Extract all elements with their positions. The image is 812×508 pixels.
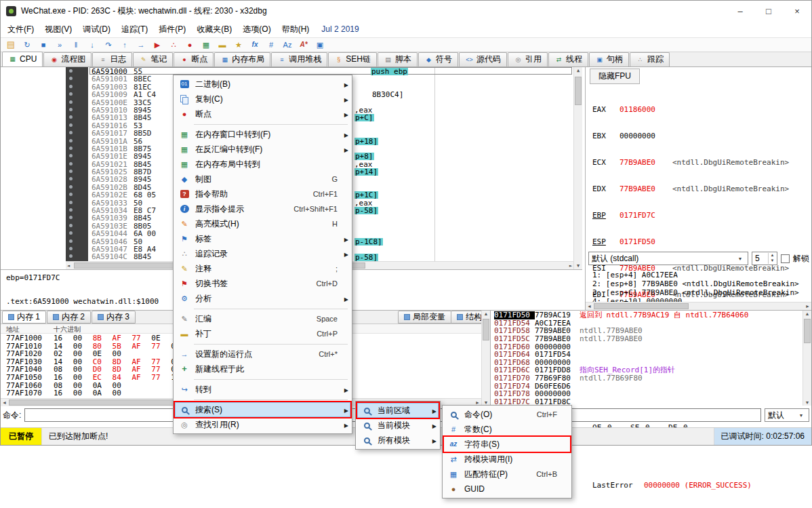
menubar-item[interactable]: 文件(F) bbox=[2, 22, 39, 37]
menubar-item[interactable]: 帮助(H) bbox=[277, 22, 315, 37]
menubar-item[interactable]: 追踪(T) bbox=[116, 22, 153, 37]
scrollbar-thumb[interactable] bbox=[594, 303, 689, 309]
scrollbar-thumb[interactable] bbox=[575, 77, 582, 105]
menu-item[interactable] bbox=[175, 376, 350, 382]
tab-cpu[interactable]: ▦CPU bbox=[2, 52, 43, 66]
trace-icon[interactable]: ∴ bbox=[166, 38, 181, 52]
animate-icon[interactable]: ▶ bbox=[150, 38, 165, 52]
breakpoint-dot[interactable] bbox=[69, 247, 73, 250]
patch-icon[interactable]: ▬ bbox=[215, 38, 230, 52]
stack-row[interactable]: 0171FD78 00000000 bbox=[491, 390, 803, 398]
menu-item[interactable]: ◆ 制图 G bbox=[175, 172, 350, 187]
menu-item[interactable]: 当前模块 bbox=[357, 418, 439, 433]
step-into-icon[interactable]: ↓ bbox=[85, 38, 100, 52]
menubar-item[interactable]: 收藏夹(B) bbox=[191, 22, 237, 37]
breakpoint-dot[interactable] bbox=[69, 92, 73, 96]
run-to-return-icon[interactable]: ↑ bbox=[117, 38, 132, 52]
menu-item[interactable]: 搜索(S) bbox=[175, 402, 350, 417]
hash-icon[interactable]: # bbox=[264, 38, 279, 52]
tab-threads[interactable]: ⇄线程 bbox=[548, 52, 588, 66]
menu-item[interactable] bbox=[175, 306, 350, 311]
breakpoint-dot[interactable] bbox=[69, 231, 73, 235]
breakpoint-dot[interactable] bbox=[69, 131, 73, 134]
breakpoint-dot[interactable] bbox=[69, 123, 73, 127]
menu-item[interactable]: ↪ 转到 bbox=[175, 382, 350, 397]
menu-item[interactable]: ▦ 在内存窗口中转到(F) bbox=[175, 127, 350, 142]
menu-item[interactable]: ✎ 高亮模式(H) H bbox=[175, 216, 350, 231]
menu-item[interactable]: ● GUID bbox=[444, 482, 570, 496]
open-file-icon[interactable]: ▤ bbox=[3, 38, 18, 52]
stop-icon[interactable]: ■ bbox=[36, 38, 51, 52]
menu-item[interactable]: ? 指令帮助 Ctrl+F1 bbox=[175, 187, 350, 201]
dump-tab[interactable]: 内存 1 bbox=[2, 311, 46, 324]
registers-pane[interactable]: 隐藏FPU EAX01186000 EBX00000000 ECX77B9ABE… bbox=[585, 67, 811, 310]
argument-row[interactable]: 3: [esp+C] 77B9ABE0 <ntdll.DbgUiRemoteBr… bbox=[592, 288, 799, 297]
stack-row[interactable]: 0171FD60 00000000 bbox=[491, 343, 803, 351]
tab-references[interactable]: ◎引用 bbox=[508, 52, 548, 66]
spinner-arrows-icon[interactable] bbox=[768, 253, 776, 264]
breakpoint-dot[interactable] bbox=[69, 193, 73, 196]
argument-row[interactable]: 2: [esp+8] 77B9ABE0 <ntdll.DbgUiRemoteBr… bbox=[592, 279, 799, 288]
register-row[interactable]: EAX01186000 bbox=[592, 105, 789, 114]
menu-item[interactable] bbox=[175, 397, 350, 402]
menu-item[interactable]: ✎ 注释 ; bbox=[175, 261, 350, 276]
tab-seh[interactable]: §SEH链 bbox=[328, 52, 377, 66]
minimize-button[interactable]: – bbox=[726, 1, 754, 21]
case-icon[interactable]: Az bbox=[280, 38, 295, 52]
disasm-row[interactable]: 6A591000 55 bbox=[1, 67, 573, 75]
stack-row[interactable]: 0171FD74 D60FE6D6 bbox=[491, 382, 803, 390]
breakpoint-dot[interactable] bbox=[69, 239, 73, 243]
hide-fpu-button[interactable]: 隐藏FPU bbox=[590, 69, 640, 84]
menubar-item[interactable]: 选项(O) bbox=[237, 22, 276, 37]
breakpoint-dot[interactable] bbox=[69, 77, 73, 80]
unlock-checkbox[interactable] bbox=[781, 254, 790, 263]
stack-row[interactable]: 0171FD58 77B9ABE0 ntdll.77B9ABE0 bbox=[491, 327, 803, 335]
stack-row[interactable]: 0171FD50 77B9AC19 返回到 ntdll.77B9AC19 自 n… bbox=[491, 311, 803, 319]
breakpoint-dot[interactable] bbox=[69, 254, 73, 258]
breakpoint-dot[interactable] bbox=[69, 108, 73, 111]
menu-item[interactable]: ▬ 补丁 Ctrl+P bbox=[175, 326, 350, 341]
tab-memory-map[interactable]: ▦内存布局 bbox=[214, 52, 270, 66]
last-error-row[interactable]: LastError00000000 (ERROR_SUCCESS) bbox=[592, 481, 789, 490]
menu-item[interactable]: ▦ 在反汇编中转到(F) bbox=[175, 142, 350, 157]
tab-log[interactable]: ≡日志 bbox=[92, 52, 132, 66]
menu-item[interactable]: ⚑ 标签 bbox=[175, 231, 350, 246]
menu-item[interactable]: 命令(O) Ctrl+F bbox=[444, 407, 570, 422]
stack-row[interactable]: 0171FD54 A0C17EEA bbox=[491, 319, 803, 328]
register-row[interactable]: ESP0171FD50 bbox=[592, 237, 789, 246]
scrollbar-thumb[interactable] bbox=[804, 319, 811, 343]
breakpoint-dot[interactable] bbox=[69, 162, 73, 165]
breakpoints-icon[interactable]: ● bbox=[182, 38, 197, 52]
dump-vertical-scrollbar[interactable] bbox=[481, 311, 490, 406]
breakpoint-dot[interactable] bbox=[69, 146, 73, 150]
stack-vertical-scrollbar[interactable] bbox=[803, 311, 811, 406]
chevron-down-icon[interactable] bbox=[796, 410, 806, 421]
restart-icon[interactable]: ↻ bbox=[20, 38, 35, 52]
args-horizontal-scrollbar[interactable] bbox=[586, 302, 811, 310]
regex-icon[interactable]: A* bbox=[296, 38, 311, 52]
menu-item[interactable]: ◎ 查找引用(R) bbox=[175, 417, 350, 432]
tab-notes[interactable]: ✎笔记 bbox=[133, 52, 173, 66]
menubar-item[interactable]: 调试(D) bbox=[77, 22, 116, 37]
breakpoint-dot[interactable] bbox=[69, 85, 73, 88]
register-row[interactable]: EBP0171FD7C bbox=[592, 211, 789, 220]
breakpoint-dot[interactable] bbox=[69, 115, 73, 119]
menu-item[interactable]: 复制(C) bbox=[175, 92, 350, 106]
menu-item[interactable]: ∴ 追踪记录 bbox=[175, 246, 350, 261]
dump-tab[interactable]: 内存 2 bbox=[47, 311, 91, 324]
stack-row[interactable]: 0171FD64 0171FD54 bbox=[491, 351, 803, 359]
tab-source[interactable]: <>源代码 bbox=[459, 52, 507, 66]
menu-item[interactable]: ▦ 匹配特征(P) Ctrl+B bbox=[444, 467, 570, 482]
menu-item[interactable]: 当前区域 bbox=[357, 403, 439, 418]
menu-item[interactable]: ● 断点 bbox=[175, 106, 350, 121]
chevron-down-icon[interactable] bbox=[735, 253, 745, 264]
computer-icon[interactable]: ▣ bbox=[312, 38, 327, 52]
menu-item[interactable]: az 字符串(S) bbox=[444, 437, 570, 452]
breakpoint-dot[interactable] bbox=[69, 154, 73, 157]
breakpoint-dot[interactable] bbox=[69, 201, 73, 204]
menu-item[interactable]: # 常数(C) bbox=[444, 422, 570, 437]
tab-symbols[interactable]: ◆符号 bbox=[418, 52, 458, 66]
menu-item[interactable]: ⇄ 跨模块调用(I) bbox=[444, 452, 570, 467]
stack-row[interactable]: 0171FD6C 0171FDD8 指向SEH_Record[1]的指针 bbox=[491, 366, 803, 374]
stack-row[interactable]: 0171FD70 77B69F80 ntdll.77B69F80 bbox=[491, 374, 803, 383]
